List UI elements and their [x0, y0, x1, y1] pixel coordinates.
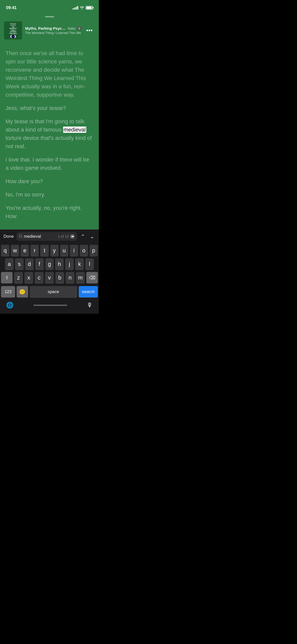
key-j[interactable]: j [65, 258, 74, 270]
microphone-icon[interactable]: 🎙 [87, 302, 93, 309]
key-f[interactable]: f [35, 258, 44, 270]
key-h[interactable]: h [55, 258, 64, 270]
key-y[interactable]: y [50, 245, 59, 256]
space-key[interactable]: space [30, 286, 77, 298]
key-b[interactable]: b [55, 272, 64, 284]
mini-player-info: Myths, Parking Psychology Natu E The Wei… [25, 26, 81, 35]
transcript-paragraph-6: No, I'm so sorry. [6, 190, 93, 199]
shift-key[interactable]: ⇧ [1, 272, 13, 284]
key-i[interactable]: i [70, 245, 78, 256]
key-q[interactable]: q [1, 245, 9, 256]
status-time: 09:41 [6, 5, 17, 10]
search-clear-button[interactable]: ✕ [70, 234, 75, 239]
drag-handle-area [0, 14, 99, 19]
key-n[interactable]: n [66, 272, 74, 284]
key-g[interactable]: g [45, 258, 54, 270]
status-bar: 09:41 [0, 0, 99, 14]
keyboard-row-3: ⇧ z x c v b n m ⌫ [0, 270, 99, 284]
search-input[interactable]: medieval [24, 234, 57, 239]
key-w[interactable]: w [11, 245, 19, 256]
keyboard-bottom-bar: 🌐 🎙 [0, 299, 99, 314]
key-l[interactable]: l [85, 258, 94, 270]
key-t[interactable]: t [40, 245, 49, 256]
status-icons [73, 6, 93, 10]
more-options-button[interactable]: ••• [84, 26, 95, 35]
transcript-paragraph-3: My tease is that I'm going to talk about… [6, 117, 93, 150]
search-next-button[interactable]: ⌄ [89, 233, 95, 240]
transcript-area: Then once we've all had time to spin our… [0, 43, 99, 229]
transcript-paragraph-1: Then once we've all had time to spin our… [6, 49, 93, 99]
key-o[interactable]: o [80, 245, 88, 256]
backspace-key[interactable]: ⌫ [86, 272, 98, 284]
drag-handle [45, 16, 54, 17]
key-r[interactable]: r [30, 245, 39, 256]
svg-line-1 [21, 237, 22, 238]
key-e[interactable]: e [21, 245, 29, 256]
key-k[interactable]: k [75, 258, 84, 270]
key-u[interactable]: u [60, 245, 68, 256]
search-input-container[interactable]: medieval 1 of 13 ✕ [16, 232, 77, 241]
keyboard-row-1: q w e r t y u i o p [0, 243, 99, 257]
globe-icon[interactable]: 🌐 [6, 302, 14, 309]
transcript-paragraph-2: Jess, what's your tease? [6, 104, 93, 112]
search-nav-arrows: ⌃ ⌄ [80, 233, 95, 240]
keyboard-row-2: a s d f g h j k l [0, 257, 99, 270]
key-a[interactable]: a [5, 258, 14, 270]
emoji-key[interactable]: 🙂 [17, 286, 28, 298]
key-d[interactable]: d [25, 258, 34, 270]
podcast-eye [10, 35, 16, 38]
home-indicator [33, 305, 67, 306]
key-p[interactable]: p [90, 245, 98, 256]
battery-icon [86, 6, 93, 10]
wifi-icon [80, 6, 84, 10]
numbers-key[interactable]: 123 [1, 286, 15, 298]
done-button[interactable]: Done [4, 234, 14, 239]
mini-player-title: Myths, Parking Psychology [25, 26, 67, 30]
key-m[interactable]: m [76, 272, 85, 284]
search-icon [19, 234, 22, 239]
search-key[interactable]: search [79, 286, 98, 298]
search-results-count: 1 of 13 [58, 234, 69, 238]
signal-icon [73, 6, 78, 10]
transcript-paragraph-5: How dare you? [6, 177, 93, 185]
key-x[interactable]: x [24, 272, 33, 284]
transcript-paragraph-4: I love that. I wonder if there will be a… [6, 155, 93, 172]
podcast-cover: POPULARSCIENCE THEWEIRDESTTHING ILEARNED… [4, 21, 22, 39]
phone-screen: 09:41 POPULARSCIENCE [0, 0, 99, 314]
highlighted-word: medieval [63, 127, 86, 133]
search-prev-button[interactable]: ⌃ [80, 233, 86, 240]
keyboard-row-4: 123 🙂 space search [0, 284, 99, 299]
mini-player[interactable]: POPULARSCIENCE THEWEIRDESTTHING ILEARNED… [0, 19, 99, 43]
search-bar: Done medieval 1 of 13 ✕ ⌃ ⌄ [0, 229, 99, 243]
keyboard: q w e r t y u i o p a s d f g h j k l ⇧ … [0, 243, 99, 314]
key-s[interactable]: s [15, 258, 24, 270]
transcript-paragraph-7: You're actually, no, you're right. How [6, 204, 93, 220]
mini-player-subtitle: The Weirdest Thing I Learned This We [25, 31, 81, 35]
content-badge: E [78, 27, 81, 30]
key-c[interactable]: c [35, 272, 44, 284]
key-z[interactable]: z [14, 272, 23, 284]
key-v[interactable]: v [45, 272, 54, 284]
